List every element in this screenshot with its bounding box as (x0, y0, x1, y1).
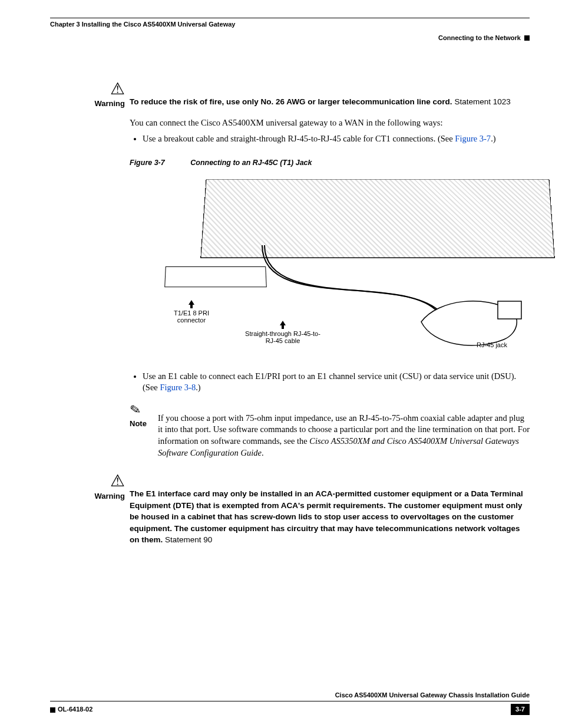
annot-t1-connector: T1/E1 8 PRI connector (174, 309, 209, 324)
figure-title: Connecting to an RJ-45C (T1) Jack (190, 159, 312, 167)
annot-jack: RJ-45 jack (477, 341, 507, 348)
footer-doc-number: OL-6418-02 (58, 706, 92, 713)
note-block: ✎ Note If you choose a port with 75-ohm … (130, 400, 530, 459)
bullet1-text-b: .) (491, 134, 495, 143)
figure-caption: Figure 3-7 Connecting to an RJ-45C (T1) … (130, 158, 530, 168)
header-section: Connecting to the Network (438, 34, 521, 42)
bullet1-text-a: Use a breakout cable and straight-throug… (143, 134, 455, 143)
warning-block-1: ⚠ Warning To reduce the risk of fire, us… (50, 81, 530, 109)
footer-page-number: 3-7 (511, 704, 530, 715)
note-text-b: . (262, 448, 264, 457)
page-footer: Cisco AS5400XM Universal Gateway Chassis… (50, 691, 530, 715)
warning-icon: ⚠ (110, 81, 125, 97)
figure-3-8-link[interactable]: Figure 3-8 (160, 383, 196, 392)
bullet-2: Use an E1 cable to connect each E1/PRI p… (143, 371, 530, 394)
warning1-stmt: Statement 1023 (452, 97, 511, 106)
warning-label: Warning (50, 491, 125, 502)
footer-guide-title: Cisco AS5400XM Universal Gateway Chassis… (50, 691, 530, 701)
footer-square-icon (50, 707, 55, 713)
warning2-stmt: Statement 90 (163, 535, 212, 544)
warning1-text: To reduce the risk of fire, use only No.… (130, 97, 452, 106)
header-chapter: Chapter 3 Installing the Cisco AS5400XM … (50, 20, 530, 29)
svg-rect-0 (498, 301, 521, 319)
annot-cable: Straight-through RJ-45-to-RJ-45 cable (245, 330, 320, 344)
bullet2-text-b: .) (196, 383, 200, 392)
bullet-1: Use a breakout cable and straight-throug… (143, 133, 530, 145)
figure-3-7-link[interactable]: Figure 3-7 (455, 134, 491, 143)
warning-icon: ⚠ (110, 473, 125, 489)
figure-label: Figure 3-7 (130, 159, 165, 167)
note-pencil-icon: ✎ (128, 397, 159, 420)
figure-3-7-image: 30848 T1/E1 8 PRI connector Straight-thr… (186, 172, 560, 366)
intro-paragraph: You can connect the Cisco AS5400XM unive… (130, 117, 530, 129)
note-label: Note (130, 419, 158, 429)
warning-block-2: ⚠ Warning The E1 interface card may only… (50, 473, 530, 546)
warning-label: Warning (50, 98, 125, 109)
header-square-icon (524, 35, 530, 41)
